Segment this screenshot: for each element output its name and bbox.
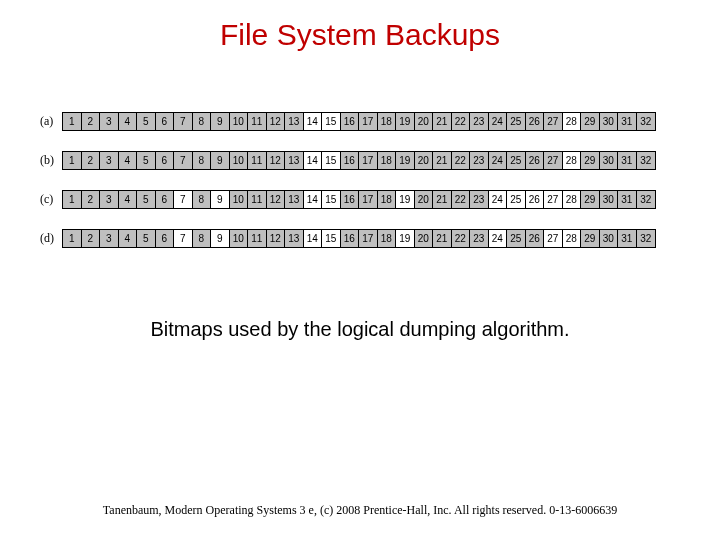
bitmap-cell: 22 — [452, 230, 471, 247]
bitmap-figure: (a)1234567891011121314151617181920212223… — [40, 112, 720, 248]
bitmap-cell: 9 — [211, 113, 230, 130]
bitmap-cell: 14 — [304, 191, 323, 208]
row-label: (d) — [40, 231, 62, 246]
bitmap-cell: 20 — [415, 152, 434, 169]
bitmap-cell: 18 — [378, 152, 397, 169]
bitmap-cell: 15 — [322, 191, 341, 208]
bitmap-cell: 2 — [82, 113, 101, 130]
bitmap-cell: 1 — [63, 230, 82, 247]
bitmap-cell: 23 — [470, 152, 489, 169]
bitmap-cell: 32 — [637, 191, 656, 208]
bitmap-cell: 6 — [156, 230, 175, 247]
bitmap-cell: 11 — [248, 191, 267, 208]
bitmap-cell: 21 — [433, 230, 452, 247]
bitmap-cell: 9 — [211, 230, 230, 247]
bitmap-cell: 15 — [322, 152, 341, 169]
bitmap-cell: 23 — [470, 191, 489, 208]
bitmap-cell: 19 — [396, 230, 415, 247]
bitmap-cell: 2 — [82, 152, 101, 169]
bitmap-cell: 13 — [285, 152, 304, 169]
bitmap-cell: 15 — [322, 230, 341, 247]
bitmap-cell: 21 — [433, 191, 452, 208]
bitmap-row: (b)1234567891011121314151617181920212223… — [40, 151, 720, 170]
bitmap-cell: 5 — [137, 191, 156, 208]
bitmap-cell: 10 — [230, 230, 249, 247]
bitmap-cell: 25 — [507, 113, 526, 130]
bitmap-cell: 4 — [119, 152, 138, 169]
bitmap-cell: 20 — [415, 191, 434, 208]
bitmap-cell: 15 — [322, 113, 341, 130]
bitmap-cell: 25 — [507, 152, 526, 169]
bitmap-cell: 11 — [248, 152, 267, 169]
bitmap-cell: 7 — [174, 191, 193, 208]
bitmap-cell: 32 — [637, 152, 656, 169]
bitmap-cells: 1234567891011121314151617181920212223242… — [62, 229, 656, 248]
bitmap-cell: 20 — [415, 230, 434, 247]
row-label: (c) — [40, 192, 62, 207]
bitmap-cell: 25 — [507, 191, 526, 208]
bitmap-cell: 3 — [100, 152, 119, 169]
bitmap-cell: 28 — [563, 152, 582, 169]
bitmap-cell: 1 — [63, 113, 82, 130]
bitmap-cell: 12 — [267, 191, 286, 208]
bitmap-cell: 4 — [119, 230, 138, 247]
bitmap-cell: 27 — [544, 152, 563, 169]
bitmap-cell: 22 — [452, 191, 471, 208]
bitmap-cell: 3 — [100, 113, 119, 130]
bitmap-cell: 11 — [248, 113, 267, 130]
bitmap-cell: 14 — [304, 230, 323, 247]
bitmap-cell: 2 — [82, 230, 101, 247]
bitmap-cell: 13 — [285, 191, 304, 208]
bitmap-cell: 23 — [470, 230, 489, 247]
bitmap-cell: 27 — [544, 113, 563, 130]
bitmap-cell: 9 — [211, 152, 230, 169]
bitmap-cell: 17 — [359, 230, 378, 247]
bitmap-cell: 29 — [581, 113, 600, 130]
bitmap-cell: 22 — [452, 152, 471, 169]
bitmap-cell: 29 — [581, 191, 600, 208]
bitmap-cell: 7 — [174, 113, 193, 130]
bitmap-cell: 4 — [119, 191, 138, 208]
bitmap-cell: 18 — [378, 113, 397, 130]
bitmap-cell: 10 — [230, 113, 249, 130]
bitmap-cell: 17 — [359, 113, 378, 130]
bitmap-cell: 21 — [433, 152, 452, 169]
bitmap-cells: 1234567891011121314151617181920212223242… — [62, 190, 656, 209]
bitmap-cell: 5 — [137, 230, 156, 247]
bitmap-cell: 30 — [600, 152, 619, 169]
bitmap-cell: 3 — [100, 230, 119, 247]
row-label: (a) — [40, 114, 62, 129]
bitmap-cell: 24 — [489, 191, 508, 208]
bitmap-cell: 16 — [341, 152, 360, 169]
bitmap-cell: 3 — [100, 191, 119, 208]
bitmap-cell: 31 — [618, 230, 637, 247]
bitmap-row: (d)1234567891011121314151617181920212223… — [40, 229, 720, 248]
bitmap-cell: 13 — [285, 113, 304, 130]
bitmap-cell: 26 — [526, 230, 545, 247]
bitmap-cell: 5 — [137, 113, 156, 130]
bitmap-cell: 28 — [563, 191, 582, 208]
bitmap-cell: 24 — [489, 230, 508, 247]
bitmap-cell: 26 — [526, 152, 545, 169]
bitmap-cell: 2 — [82, 191, 101, 208]
bitmap-cell: 7 — [174, 230, 193, 247]
bitmap-cell: 16 — [341, 113, 360, 130]
bitmap-cell: 8 — [193, 230, 212, 247]
bitmap-cell: 29 — [581, 152, 600, 169]
bitmap-cell: 14 — [304, 152, 323, 169]
bitmap-cell: 9 — [211, 191, 230, 208]
bitmap-cell: 6 — [156, 113, 175, 130]
bitmap-cell: 12 — [267, 113, 286, 130]
bitmap-cell: 28 — [563, 113, 582, 130]
bitmap-cell: 16 — [341, 191, 360, 208]
bitmap-cell: 19 — [396, 191, 415, 208]
slide-title: File System Backups — [0, 0, 720, 52]
bitmap-cell: 31 — [618, 152, 637, 169]
bitmap-cell: 7 — [174, 152, 193, 169]
copyright-footer: Tanenbaum, Modern Operating Systems 3 e,… — [0, 503, 720, 518]
bitmap-cell: 27 — [544, 191, 563, 208]
bitmap-cell: 17 — [359, 152, 378, 169]
bitmap-cell: 4 — [119, 113, 138, 130]
bitmap-cells: 1234567891011121314151617181920212223242… — [62, 112, 656, 131]
bitmap-cell: 24 — [489, 152, 508, 169]
